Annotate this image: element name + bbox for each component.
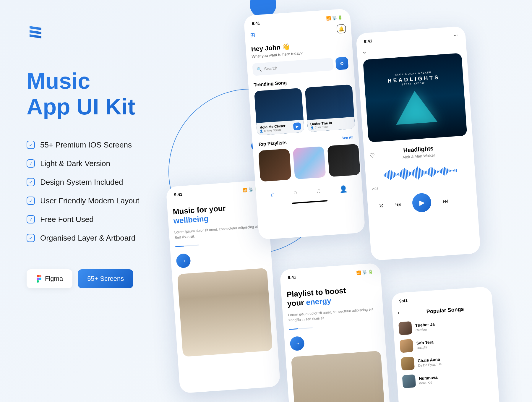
song-cover bbox=[402, 374, 416, 388]
check-icon: ✓ bbox=[27, 178, 35, 186]
progress-indicator bbox=[289, 328, 313, 330]
song-title: Headlights bbox=[402, 145, 435, 154]
wifi-icon: 📡 bbox=[248, 187, 253, 192]
onboarding-desc: Lorem ipsum dolor sit amet, consectetur … bbox=[288, 306, 378, 323]
notification-icon[interactable]: 🔔 bbox=[337, 24, 346, 33]
status-bar: 9:41📶📡🔋 bbox=[171, 185, 262, 198]
svg-point-3 bbox=[39, 278, 41, 280]
song-item[interactable]: Sab TeraBaaghi bbox=[400, 334, 490, 353]
check-icon: ✓ bbox=[27, 141, 35, 149]
status-bar: 9:41📶📡🔋 bbox=[285, 268, 375, 281]
prev-icon[interactable]: ⏮ bbox=[395, 201, 401, 208]
search-icon: 🔍 bbox=[257, 67, 262, 72]
home-indicator bbox=[292, 200, 327, 204]
chevron-down-icon[interactable]: ⌄ bbox=[362, 48, 367, 55]
song-cover bbox=[398, 321, 412, 335]
wifi-icon: 📡 bbox=[362, 270, 367, 275]
svg-point-0 bbox=[37, 275, 39, 277]
search-input[interactable]: 🔍Search bbox=[252, 58, 334, 76]
signal-icon: 📶 bbox=[326, 16, 331, 20]
waveform[interactable] bbox=[371, 162, 470, 184]
next-button[interactable]: → bbox=[290, 336, 305, 351]
check-icon: ✓ bbox=[27, 159, 35, 168]
battery-icon: 🔋 bbox=[338, 15, 343, 20]
onboarding-title: Playlist to boostyour energy bbox=[286, 284, 377, 308]
signal-icon: 📶 bbox=[356, 270, 361, 275]
nav-library-icon[interactable]: ♫ bbox=[316, 187, 321, 195]
svg-point-1 bbox=[39, 275, 41, 277]
trending-card[interactable]: Under The In👤Chris Brown bbox=[305, 84, 355, 132]
check-icon: ✓ bbox=[27, 215, 35, 223]
playlist-card[interactable] bbox=[258, 149, 291, 182]
menu-grid-icon[interactable]: ⊞ bbox=[250, 31, 256, 39]
heart-icon[interactable]: ♡ bbox=[369, 152, 375, 159]
phone-home: 9:41📶📡🔋 ⊞ 🔔 Hey John 👋 What you want to … bbox=[244, 8, 365, 240]
bottom-nav: ⌂ ○ ♫ 👤 bbox=[261, 181, 358, 202]
more-icon[interactable]: ⋯ bbox=[453, 33, 458, 38]
playlist-card[interactable] bbox=[327, 144, 360, 177]
figma-badge: Figma bbox=[27, 269, 72, 288]
nav-home-icon[interactable]: ⌂ bbox=[270, 190, 275, 198]
svg-point-2 bbox=[37, 278, 39, 280]
onboarding-title: Music for yourwellbeing bbox=[173, 201, 264, 226]
playlist-card[interactable] bbox=[293, 146, 326, 179]
phone-onboarding-2: 9:41📶📡🔋 Playlist to boostyour energy Lor… bbox=[280, 263, 394, 402]
filter-button[interactable]: ⚙ bbox=[335, 57, 349, 70]
page-title: Popular Songs bbox=[403, 304, 487, 317]
check-icon: ✓ bbox=[27, 234, 35, 242]
song-cover bbox=[400, 339, 413, 353]
phone-popular-songs: 9:41 ‹Popular Songs Theher JaOctober Sab… bbox=[391, 286, 502, 402]
screens-badge: 55+ Screens bbox=[78, 269, 133, 288]
brand-logo bbox=[27, 24, 44, 41]
song-cover bbox=[401, 357, 415, 371]
progress-indicator bbox=[175, 245, 199, 247]
chevron-left-icon[interactable]: ‹ bbox=[398, 310, 400, 315]
song-item[interactable]: Theher JaOctober bbox=[398, 316, 489, 335]
phone-player: 9:41⋯ ⌄ ALOK & ALAN WALKER HEADLIGHTS (F… bbox=[356, 26, 481, 261]
person-icon: 👤 bbox=[260, 129, 263, 133]
next-button[interactable]: → bbox=[176, 253, 191, 268]
check-icon: ✓ bbox=[27, 197, 35, 205]
trending-card[interactable]: Hold Me Closer👤Britney Spears ▶ bbox=[254, 88, 304, 135]
person-icon: 👤 bbox=[311, 126, 314, 129]
wifi-icon: 📡 bbox=[332, 15, 337, 20]
nav-profile-icon[interactable]: 👤 bbox=[339, 185, 348, 193]
song-artist: Alok & Alan Walker bbox=[403, 153, 435, 160]
see-all-link[interactable]: See All bbox=[342, 135, 353, 140]
next-icon[interactable]: ⏭ bbox=[442, 197, 449, 205]
svg-point-4 bbox=[37, 280, 39, 283]
nav-search-icon[interactable]: ○ bbox=[293, 189, 298, 197]
battery-icon: 🔋 bbox=[368, 269, 373, 274]
hero-image-person bbox=[291, 351, 387, 402]
figma-icon bbox=[36, 275, 42, 283]
shuffle-icon[interactable]: ⤭ bbox=[379, 202, 384, 209]
onboarding-desc: Lorem ipsum dolor sit amet, consectetur … bbox=[174, 223, 265, 240]
song-item[interactable]: Humnava(feat. Kid bbox=[402, 369, 492, 388]
hero-image-person bbox=[177, 268, 273, 357]
signal-icon: 📶 bbox=[242, 187, 247, 192]
song-item[interactable]: Chale AanaDe De Pyaar De bbox=[401, 351, 491, 370]
play-icon[interactable]: ▶ bbox=[293, 122, 301, 131]
song-list: Theher JaOctober Sab TeraBaaghi Chale Aa… bbox=[398, 316, 493, 388]
album-art: ALOK & ALAN WALKER HEADLIGHTS (FEAT. KID… bbox=[363, 53, 467, 142]
play-button[interactable]: ▶ bbox=[412, 192, 432, 213]
